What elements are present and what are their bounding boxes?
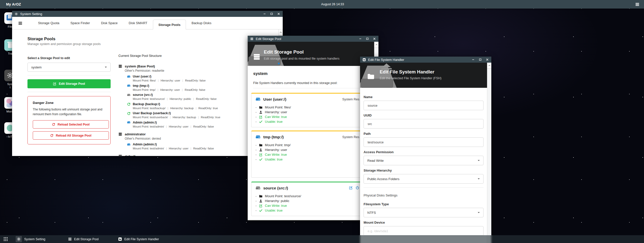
storage-hierarchy-select[interactable]: Public Access Folders [364,174,484,184]
tab-storage-quota[interactable]: Storage Quota [33,17,65,29]
selected-pool-value: system [31,65,42,69]
mount-device-label: Mount Device [364,221,484,224]
edit-storage-pool-button[interactable]: Edit Storage Pool [27,79,111,88]
uuid-input[interactable] [364,119,484,129]
can-write-row: Can Write: true [255,152,365,157]
close-button[interactable] [373,37,376,40]
file-folder-icon [363,58,366,61]
reload-all-storage-pool-button[interactable]: Reload All Storage Pool [33,131,109,140]
usable-row: Usable: true [255,208,365,213]
edit-icon [53,82,56,86]
taskbar-item-edit-storage-pool[interactable]: Edit Storage Pool [68,237,99,241]
tab-disk-smart[interactable]: Disk SMART [123,17,153,29]
taskbar-item-system-setting[interactable]: System Setting [16,236,45,242]
select-pool-label: Select a Storage Pool to edit [27,56,111,60]
reload-selected-pool-button[interactable]: Reload Selected Pool [33,120,109,129]
sync-icon [127,112,131,115]
tab-storage-pools[interactable]: Storage Pools [153,20,186,29]
tab-backup-disks[interactable]: Backup Disks [186,17,217,29]
mount-device-input[interactable] [364,226,484,236]
storage-pool-select[interactable]: system [27,63,111,72]
danger-zone-description: The following buttons will unmount stora… [33,107,105,117]
window-title: System Setting [20,12,42,16]
header-subtitle: Edit the selected File System Handler (F… [380,76,441,80]
edit-fsh-form: Name UUID Path Access Permission Read Wr… [360,88,487,243]
scroll-up-button[interactable] [374,42,378,48]
settings-tab-bar: Storage Quota Space Finder Disk Space Di… [12,17,283,29]
fsh-card-source: source (src:/) Mount Point: test/source/… [251,182,370,216]
danger-zone-title: Danger Zone [33,101,105,105]
filesystem-type-field: Filesystem Type NTFS [364,202,484,217]
server-icon [118,132,122,136]
divider [27,92,111,92]
minimize-button[interactable] [359,37,362,40]
tab-disk-space[interactable]: Disk Space [95,17,123,29]
scrollbar[interactable] [487,63,491,243]
taskbar: System Setting Edit Storage Pool Edit Fi… [0,235,644,243]
hdd-icon [255,186,261,191]
window-title: Edit File System Handler [368,58,404,62]
hdd-icon [127,121,131,124]
folder-icon [259,194,263,198]
edit-storage-pool-header: Edit Storage Pool Edit storage pool and … [248,42,378,66]
name-input[interactable] [364,101,484,110]
mount-point-row: Mount Point: tmp/ [255,143,365,147]
folder-icon [259,143,263,147]
fsh-card-user: User (user:/) System Res Mount Point: fi… [251,93,370,127]
fsh-card-tmp: tmp (tmp:/) System Res Mount Point: tmp/… [251,131,370,178]
maximize-button[interactable] [270,12,273,15]
close-button[interactable] [486,58,489,61]
server-icon [253,53,260,60]
edit-fsh-icon[interactable] [349,186,353,190]
folder-icon [259,106,263,109]
maximize-button[interactable] [366,37,369,40]
filesystem-type-select[interactable]: NTFS [364,208,484,217]
gear-icon [16,236,22,242]
mount-point-row: Mount Point: test/source/ [255,194,365,198]
brand-title: My ArOZ [6,2,21,6]
mount-point-row: Mount Point: files/ [255,105,365,110]
minimize-button[interactable] [263,12,266,15]
sync-icon [127,102,131,106]
tab-space-finder[interactable]: Space Finder [65,17,95,29]
sync-icon [52,123,55,126]
header-subtitle: Edit storage pool and its mounted file s… [264,57,339,60]
file-folder-icon [118,237,122,241]
system-reserved-tag: System Res [342,98,359,101]
system-setting-titlebar[interactable]: System Setting [12,11,283,17]
path-input[interactable] [364,137,484,147]
pool-name-heading: system [253,71,370,76]
edit-storage-pool-body: system File System Handlers currently mo… [248,66,374,220]
maximize-button[interactable] [479,58,482,61]
check-icon [259,120,263,124]
name-field: Name [364,95,484,110]
uuid-field: UUID [364,113,484,129]
filesystem-type-label: Filesystem Type [364,202,484,206]
usable-row: Usable: true [255,119,365,124]
server-icon [118,154,122,156]
app-launcher-grid-icon[interactable] [3,237,8,241]
storage-hierarchy-field: Storage Hierarchy Public Access Folders [364,169,484,184]
can-write-row: Can Write: true [255,203,365,208]
edit-fsh-titlebar[interactable]: Edit File System Handler [360,57,491,63]
check-icon [259,209,263,212]
unmount-power-icon[interactable] [356,186,359,190]
can-write-row: Can Write: true [255,114,365,119]
danger-zone-panel: Danger Zone The following buttons will u… [27,96,111,144]
scroll-up-button[interactable] [279,29,283,35]
server-icon [118,64,122,68]
hdd-icon [127,75,131,78]
mount-device-field: Mount Device [364,221,484,236]
minimize-button[interactable] [472,58,475,61]
edit-storage-pool-titlebar[interactable]: Edit Storage Pool [248,36,378,42]
hdd-icon [255,97,261,102]
scroll-up-button[interactable] [487,63,491,69]
settings-menu-toggle-icon[interactable] [18,21,22,25]
taskbar-item-edit-fsh[interactable]: Edit File System Handler [118,237,159,241]
topbar-menu-icon[interactable] [635,2,639,7]
edit-icon [259,115,263,119]
edit-icon [259,153,263,156]
access-permission-select[interactable]: Read Write [364,156,484,165]
hdd-icon [127,143,131,146]
close-button[interactable] [277,12,280,15]
